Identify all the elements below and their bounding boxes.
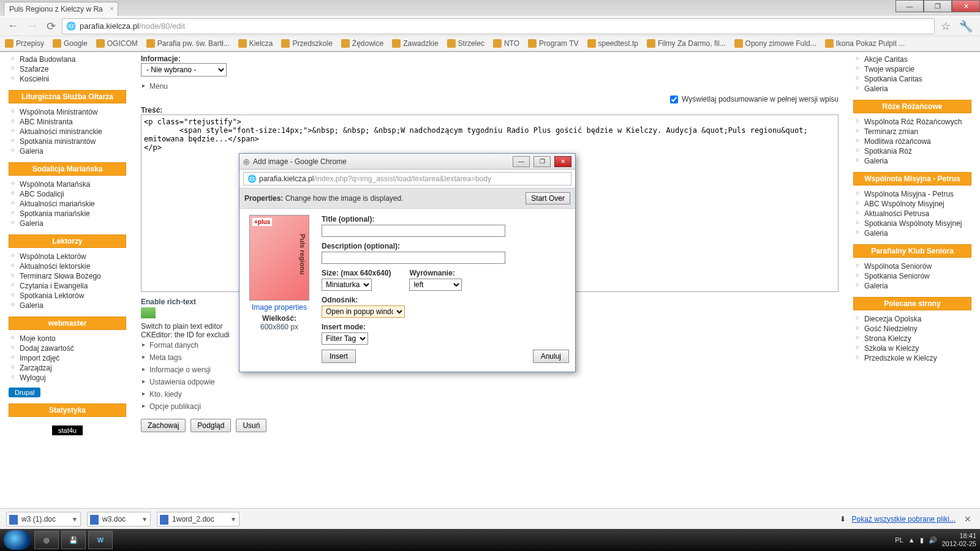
summary-toggle-checkbox[interactable] [670,96,678,103]
sidebar-item[interactable]: Szafarze [11,64,126,74]
sidebar-item[interactable]: Przedszkole w Kielczy [856,353,971,363]
sidebar-item[interactable]: Akcje Caritas [856,54,971,64]
language-indicator[interactable]: PL [895,536,903,544]
sidebar-item[interactable]: Galeria [856,228,971,238]
os-close-button[interactable]: ✕ [952,0,980,12]
sidebar-item[interactable]: Rada Budowlana [11,54,126,64]
bookmark-item[interactable]: Przepisy [5,39,44,48]
wrench-icon[interactable]: 🔧 [957,20,975,33]
collapsible-section[interactable]: Opcje publikacji [141,400,839,413]
sidebar-item[interactable]: Wyloguj [11,373,126,383]
sidebar-item[interactable]: Spotkania Seniorów [856,271,971,281]
download-item[interactable]: 1word_2.doc [157,512,239,527]
popup-link-select[interactable]: Open in popup window [322,305,405,318]
sidebar-item[interactable]: Galeria [856,281,971,291]
tray-volume-icon[interactable]: 🔊 [929,536,937,544]
taskbar-clock[interactable]: 18:41 2012-02-25 [942,532,976,548]
collapsible-section[interactable]: Ustawienia odpowie [141,376,839,388]
sidebar-item[interactable]: Galeria [11,146,126,156]
downloads-bar-close-icon[interactable]: ✕ [962,514,974,524]
collapsible-section[interactable]: Kto, kiedy [141,388,839,400]
browser-tab-active[interactable]: Puls Regionu z Kielczy w Ra × [4,2,118,16]
taskbar-word-icon[interactable]: W [88,531,113,549]
sidebar-item[interactable]: ABC Ministranta [11,117,126,127]
popup-close-button[interactable]: ✕ [554,156,571,167]
bookmark-item[interactable]: NTO [493,39,519,48]
start-over-button[interactable]: Start Over [526,192,570,204]
tray-network-icon[interactable]: ▮ [920,536,924,544]
sidebar-item[interactable]: Spotkania Caritas [856,74,971,84]
sidebar-item[interactable]: Galeria [11,301,126,310]
stat4u-badge[interactable]: stat4u [52,425,83,435]
download-item[interactable]: w3 (1).doc [6,512,81,527]
sidebar-item[interactable]: Wspólnota Róż Różańcowych [856,117,971,127]
sidebar-item[interactable]: Galeria [856,156,971,166]
nav-reload-icon[interactable]: ⟳ [44,20,58,33]
bookmark-item[interactable]: Google [53,39,88,48]
sidebar-item[interactable]: Wspólnota Misyjna - Petrus [856,189,971,199]
show-all-downloads-link[interactable]: Pokaż wszystkie pobrane pliki... [852,515,956,523]
os-maximize-button[interactable]: ❐ [924,0,952,12]
sidebar-item[interactable]: Galeria [11,219,126,228]
preview-button[interactable]: Podgląd [190,419,231,432]
bookmark-star-icon[interactable]: ☆ [938,20,953,33]
tab-close-icon[interactable]: × [110,5,113,12]
bookmark-item[interactable]: Parafia pw. św. Bartł... [146,39,230,48]
bookmark-item[interactable]: Kielcza [238,39,273,48]
taskbar-save-icon[interactable]: 💾 [61,531,86,549]
sidebar-item[interactable]: Zarządzaj [11,363,126,373]
bookmark-item[interactable]: OGICOM [96,39,138,48]
popup-align-select[interactable]: left [409,279,462,291]
sidebar-item[interactable]: Spotkania Lektorów [11,291,126,301]
sidebar-item[interactable]: ABC Sodalicji [11,189,126,199]
sidebar-item[interactable]: Import zdjęć [11,353,126,363]
tray-flag-icon[interactable]: ▲ [908,536,915,544]
taskbar-chrome-icon[interactable]: ◎ [34,531,59,549]
bookmark-item[interactable]: Strzelec [447,39,484,48]
bookmark-item[interactable]: Opony zimowe Fuld... [734,39,816,48]
sidebar-item[interactable]: Kościelni [11,74,126,84]
bookmark-item[interactable]: Program TV [528,39,578,48]
sidebar-item[interactable]: Aktualności mariańskie [11,199,126,209]
sidebar-item[interactable]: Aktualności Petrusa [856,209,971,219]
popup-insertmode-select[interactable]: Filter Tag [322,332,368,345]
sidebar-item[interactable]: Modlitwa różańcowa [856,137,971,146]
image-thumbnail[interactable] [249,215,309,301]
sidebar-item[interactable]: Spotkania Wspólnoty Misyjnej [856,219,971,228]
informacje-select[interactable]: - Nie wybrano - [141,63,227,77]
sidebar-item[interactable]: Spotkania Róż [856,146,971,156]
sidebar-item[interactable]: ABC Wspólnoty Misyjnej [856,199,971,209]
popup-title-input[interactable] [322,225,505,237]
sidebar-item[interactable]: Wspólnota Lektorów [11,252,126,261]
bookmark-item[interactable]: Ikona Pokaz Pulpit ... [825,39,905,48]
sidebar-item[interactable]: Wspólnota Seniorów [856,261,971,271]
sidebar-item[interactable]: Dodaj zawartość [11,343,126,353]
popup-insert-button[interactable]: Insert [322,350,356,363]
popup-maximize-button[interactable]: ❐ [533,156,551,167]
image-properties-link[interactable]: Image properties [246,303,313,312]
nav-forward-icon[interactable]: → [24,20,40,32]
sidebar-item[interactable]: Szkoła w Kielczy [856,343,971,353]
download-item[interactable]: w3.doc [87,512,151,527]
popup-titlebar[interactable]: ◎ Add image - Google Chrome — ❐ ✕ [239,154,575,170]
sidebar-item[interactable]: Aktualności ministranckie [11,127,126,137]
sidebar-item[interactable]: Strona Kielczy [856,334,971,343]
section-menu[interactable]: Menu [141,80,839,92]
sidebar-item[interactable]: Terminarz Słowa Bożego [11,271,126,281]
sidebar-item[interactable]: Aktualności lektorskie [11,261,126,271]
sidebar-item[interactable]: Spotkania ministrantów [11,137,126,146]
popup-desc-input[interactable] [322,252,505,264]
start-button[interactable] [4,530,31,550]
popup-cancel-button[interactable]: Anuluj [533,350,569,363]
drupal-badge[interactable]: Drupal [9,388,40,397]
bookmark-item[interactable]: Przedszkole [281,39,332,48]
delete-button[interactable]: Usuń [236,419,266,432]
sidebar-item[interactable]: Terminarz zmian [856,127,971,137]
sidebar-item[interactable]: Gość Niedzielny [856,324,971,334]
sidebar-item[interactable]: Twoje wsparcie [856,64,971,74]
popup-minimize-button[interactable]: — [513,156,530,167]
bookmark-item[interactable]: Zawadzkie [392,39,438,48]
sidebar-item[interactable]: Diecezja Opolska [856,314,971,324]
os-minimize-button[interactable]: — [895,0,924,12]
popup-size-select[interactable]: Miniaturka [322,279,372,291]
